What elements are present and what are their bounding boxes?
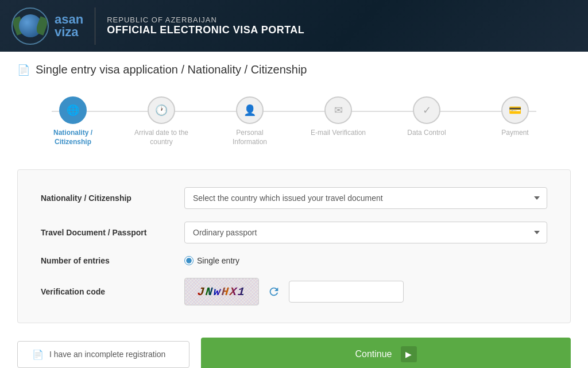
step-personal-label: Personal Information: [221, 129, 278, 146]
page-title: 📄 Single entry visa application / Nation…: [17, 63, 571, 76]
step-nationality[interactable]: 🌐 Nationality /Citizenship: [29, 96, 117, 146]
header-portal: OFFICIAL ELECTRONIC VISA PORTAL: [107, 24, 304, 36]
entries-row: Number of entries Single entry: [41, 256, 547, 265]
captcha-refresh-button[interactable]: [268, 285, 280, 298]
captcha-area: JNwHX1: [184, 278, 547, 305]
page-title-icon: 📄: [17, 64, 30, 76]
continue-label: Continue: [355, 349, 392, 359]
step-personal[interactable]: 👤 Personal Information: [206, 96, 294, 146]
step-nationality-circle: 🌐: [59, 96, 87, 124]
entries-radio-group: Single entry: [184, 256, 547, 265]
travel-doc-select[interactable]: Ordinary passport Diplomatic passport Se…: [184, 222, 547, 243]
step-email[interactable]: ✉ E-mail Verification: [294, 96, 382, 138]
step-payment[interactable]: 💳 Payment: [471, 96, 559, 138]
header-republic: REPUBLIC OF AZERBAIJAN: [107, 16, 304, 24]
single-entry-radio[interactable]: [184, 256, 194, 265]
page-content: 📄 Single entry visa application / Nation…: [0, 52, 588, 368]
bottom-buttons: 📄 I have an incomplete registration Cont…: [17, 338, 571, 368]
page-header: asan viza REPUBLIC OF AZERBAIJAN OFFICIA…: [0, 0, 588, 52]
travel-doc-row: Travel Document / Passport Ordinary pass…: [41, 222, 547, 243]
verification-label: Verification code: [41, 287, 184, 296]
step-email-circle: ✉: [324, 96, 352, 124]
incomplete-registration-button[interactable]: 📄 I have an incomplete registration: [17, 341, 189, 368]
nationality-select[interactable]: Select the country which issued your tra…: [184, 187, 547, 209]
step-payment-label: Payment: [501, 129, 528, 138]
nationality-field: Select the country which issued your tra…: [184, 187, 547, 209]
step-data-circle: ✓: [413, 96, 440, 124]
step-payment-circle: 💳: [501, 96, 529, 124]
steps-container: 🌐 Nationality /Citizenship 🕐 Arrival dat…: [17, 91, 571, 152]
step-personal-circle: 👤: [236, 96, 264, 124]
nationality-row: Nationality / Citizenship Select the cou…: [41, 187, 547, 209]
logo-viza: viza: [55, 26, 83, 38]
step-arrival[interactable]: 🕐 Arrival date to thecountry: [117, 96, 206, 146]
logo-area: asan viza: [11, 7, 95, 45]
captcha-input[interactable]: [289, 281, 404, 303]
nationality-label: Nationality / Citizenship: [41, 193, 184, 203]
page-title-text: Single entry visa application / National…: [36, 63, 307, 76]
incomplete-label: I have an incomplete registration: [49, 350, 165, 359]
step-arrival-circle: 🕐: [148, 96, 175, 124]
form-container: Nationality / Citizenship Select the cou…: [17, 169, 571, 323]
logo-text: asan viza: [55, 13, 83, 38]
step-email-label: E-mail Verification: [311, 129, 366, 138]
entries-label: Number of entries: [41, 256, 184, 265]
continue-arrow-icon: ▶: [401, 346, 417, 362]
captcha-image: JNwHX1: [184, 278, 259, 305]
logo-circle: [11, 7, 49, 45]
logo-asan: asan: [55, 13, 83, 26]
entries-field: Single entry: [184, 256, 547, 265]
travel-doc-field: Ordinary passport Diplomatic passport Se…: [184, 222, 547, 243]
verification-field: JNwHX1: [184, 278, 547, 305]
incomplete-icon: 📄: [32, 349, 44, 360]
step-data-label: Data Control: [407, 129, 446, 138]
step-data[interactable]: ✓ Data Control: [382, 96, 471, 138]
travel-doc-label: Travel Document / Passport: [41, 228, 184, 237]
header-text: REPUBLIC OF AZERBAIJAN OFFICIAL ELECTRON…: [107, 16, 304, 36]
step-arrival-label: Arrival date to thecountry: [134, 129, 188, 146]
verification-row: Verification code JNwHX1: [41, 278, 547, 305]
step-nationality-label: Nationality /Citizenship: [53, 129, 92, 146]
single-entry-label: Single entry: [197, 256, 239, 265]
captcha-text: JNwHX1: [197, 285, 246, 299]
continue-button[interactable]: Continue ▶: [201, 338, 571, 368]
